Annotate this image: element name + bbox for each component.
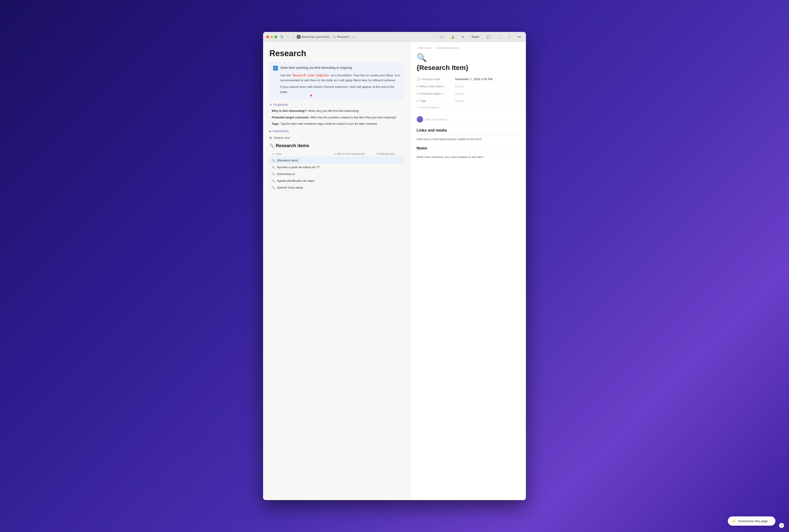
info-header: i Store here anything you find interesti… [273, 65, 400, 71]
row-name: OpenAI Voice ideas [277, 186, 303, 189]
database-icon: ⊞ [270, 136, 272, 139]
col-idea: Aa Idea [270, 151, 332, 157]
title-bar: ☰ ‹ › M MakerOps (personal) / 🔍 Research… [263, 32, 526, 42]
summarize-icon: ⚡ [732, 519, 736, 523]
forward-button[interactable]: › [292, 34, 295, 39]
hamburger-menu-icon[interactable]: ☰ [279, 34, 284, 39]
row-search-icon: 🔍 [272, 159, 275, 162]
add-property-row[interactable]: + Add a property [417, 104, 519, 110]
title-bar-actions: ⟵ 🔒 ✕ Share 💬 🕐 ☆ ••• [438, 34, 523, 39]
properties-grid: 🕐 Inclusion date November 7, 2024 4:35 P… [417, 76, 519, 110]
summarize-bar[interactable]: ⚡ Summarize this page › [728, 516, 775, 526]
close-summarize-button[interactable]: ✕ [779, 523, 784, 528]
table-row[interactable]: 🔍 Apuntes a partir de vídeos de YT [270, 164, 404, 171]
default-view-row[interactable]: ⊞ Default view [270, 136, 404, 139]
user-avatar [417, 116, 423, 122]
row-search-icon: 🔍 [272, 186, 275, 189]
page-title: Research [270, 49, 404, 58]
research-items-table: Aa Idea ≡ Why is this interesting? ≡ Pot… [270, 151, 404, 191]
properties-section: Why is this interesting?: Write why you … [270, 109, 404, 126]
row-search-icon: 🔍 [272, 172, 275, 176]
add-property-label: Add a property [420, 106, 439, 109]
breadcrumb-page: Research [337, 35, 350, 38]
red-dot-indicator [310, 95, 312, 96]
notes-section: Notes Write here whatever you need relat… [417, 146, 519, 159]
row-search-icon: 🔍 [272, 166, 275, 169]
properties-arrow-icon: ▼ [270, 103, 272, 106]
potential-target-label: ≡ Potential target c... [417, 92, 455, 95]
table-row[interactable]: 🔍 Entrevistas AI [270, 171, 404, 177]
row-idea-cell: 🔍 Agente planificador de viajes [270, 177, 332, 184]
minimize-window-button[interactable] [270, 36, 273, 38]
table-row[interactable]: 🔍 {Research Item} [270, 157, 404, 164]
row-name: {Research Item} [277, 159, 298, 162]
favorite-icon[interactable]: ☆ [506, 34, 513, 39]
add-cover-button[interactable]: Add cover [417, 45, 433, 50]
workspace-icon: M [297, 35, 300, 39]
text-icon: ≡ [417, 85, 419, 88]
close-panel-button[interactable]: ✕ [460, 34, 466, 39]
info-icon: i [273, 65, 278, 71]
right-panel-top-actions: Add cover Customize layout [417, 45, 519, 50]
properties-toggle[interactable]: ▼ Properties [270, 103, 404, 107]
tags-label-right: ≡ Tags [417, 99, 455, 102]
instructions-arrow-icon: ▶ [270, 130, 271, 133]
row-idea-cell: 🔍 Apuntes a partir de vídeos de YT [270, 164, 332, 171]
add-property-plus-icon: + [417, 106, 419, 109]
default-view-label: Default view [274, 136, 290, 139]
more-options-icon[interactable]: ••• [516, 34, 523, 39]
maximize-window-button[interactable] [274, 36, 277, 38]
research-items-title: Research items [276, 143, 309, 148]
info-body1: Use the Research item template as a foun… [273, 73, 400, 83]
research-items-search-icon: 🔍 [270, 144, 274, 148]
potential-target-value: Empty [455, 92, 519, 95]
sidebar-toggle-button[interactable]: ⟵ [438, 34, 446, 39]
potential-target-row[interactable]: ≡ Potential target c... Empty [417, 90, 519, 97]
page-emoji: 🔍 [417, 53, 519, 62]
why-interesting-value: Empty [455, 85, 519, 88]
notes-section-text: Write here whatever you need related to … [417, 153, 519, 159]
row-potential-cell [374, 177, 404, 184]
tags-row[interactable]: ≡ Tags Empty [417, 97, 519, 104]
summarize-label: Summarize this page [738, 519, 768, 523]
row-name: Agente planificador de viajes [277, 179, 314, 183]
info-body2: If you capture them with Notion Chrome e… [273, 84, 400, 94]
row-why-cell [332, 171, 374, 177]
page-search-icon: 🔍 [332, 35, 336, 38]
customize-layout-button[interactable]: Customize layout [435, 45, 460, 50]
notes-section-title: Notes [417, 146, 519, 152]
links-section: Links and media Add here a link/capture/… [417, 128, 519, 141]
properties-label: Properties [274, 103, 288, 107]
col-why: ≡ Why is this interesting? [332, 151, 374, 157]
main-content: Research i Store here anything you find … [263, 42, 526, 500]
text2-icon: ≡ [417, 92, 419, 95]
row-why-cell [332, 184, 374, 191]
research-item-template-link[interactable]: Research item template [292, 74, 330, 77]
tags-value: Empty [455, 99, 519, 102]
instructions-toggle[interactable]: ▶ Instructions [270, 129, 404, 133]
why-interesting-row[interactable]: ≡ Why is this intere... Empty [417, 83, 519, 90]
row-potential-cell [374, 157, 404, 164]
history-icon[interactable]: 🕐 [495, 34, 503, 39]
inclusion-date-row[interactable]: 🕐 Inclusion date November 7, 2024 4:35 P… [417, 76, 519, 83]
right-page-title[interactable]: {Research Item} [417, 64, 519, 72]
table-row[interactable]: 🔍 OpenAI Voice ideas [270, 184, 404, 191]
tags-label: Tags: [272, 122, 280, 126]
share-button[interactable]: Share [469, 34, 482, 39]
lock-icon[interactable]: 🔒 [449, 34, 457, 39]
comment-icon[interactable]: 💬 [485, 34, 492, 39]
customer-label: Potential target customer: [272, 116, 310, 119]
comment-row[interactable]: Add a comment... [417, 114, 519, 125]
why-interesting-prop: Why is this interesting?: Write why you … [272, 109, 404, 113]
summarize-arrow-icon: › [770, 519, 772, 523]
customer-text: Who has the problem related to the item … [310, 116, 396, 119]
close-window-button[interactable] [266, 36, 269, 38]
back-button[interactable]: ‹ [287, 34, 289, 39]
info-block: i Store here anything you find interesti… [270, 62, 404, 99]
add-page-button[interactable]: + [352, 34, 355, 39]
table-row[interactable]: 🔍 Agente planificador de viajes [270, 177, 404, 184]
why-interesting-label: ≡ Why is this intere... [417, 85, 455, 88]
links-section-title: Links and media [417, 128, 519, 134]
instructions-label: Instructions [273, 129, 289, 133]
col-idea-type: Aa [272, 153, 275, 155]
